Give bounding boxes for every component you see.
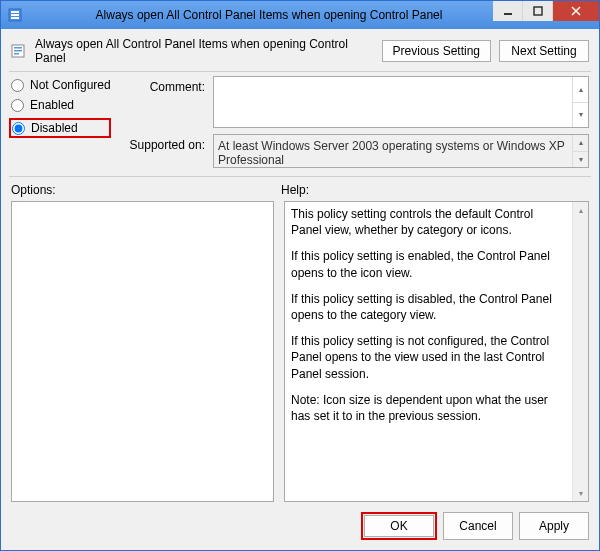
scroll-track[interactable] bbox=[573, 218, 588, 485]
window-controls bbox=[493, 1, 599, 21]
radio-enabled-input[interactable] bbox=[11, 99, 24, 112]
header-row: Always open All Control Panel Items when… bbox=[1, 29, 599, 71]
comment-label: Comment: bbox=[119, 76, 205, 128]
maximize-button[interactable] bbox=[523, 1, 553, 21]
settings-upper: Not Configured Enabled Disabled Comment: bbox=[1, 72, 599, 176]
supported-label: Supported on: bbox=[119, 134, 205, 168]
help-paragraph: This policy setting controls the default… bbox=[291, 206, 566, 238]
close-button[interactable] bbox=[553, 1, 599, 21]
cancel-button[interactable]: Cancel bbox=[443, 512, 513, 540]
policy-icon bbox=[11, 43, 27, 59]
state-radio-group: Not Configured Enabled Disabled bbox=[11, 76, 111, 168]
titlebar[interactable]: Always open All Control Panel Items when… bbox=[1, 1, 599, 29]
supported-field: At least Windows Server 2003 operating s… bbox=[213, 134, 589, 168]
help-paragraph: If this policy setting is enabled, the C… bbox=[291, 248, 566, 280]
svg-rect-10 bbox=[14, 50, 22, 52]
svg-rect-9 bbox=[14, 47, 22, 49]
radio-enabled[interactable]: Enabled bbox=[11, 98, 111, 112]
mid-labels: Options: Help: bbox=[1, 177, 599, 199]
comment-value[interactable] bbox=[214, 77, 572, 127]
help-paragraph: Note: Icon size is dependent upon what t… bbox=[291, 392, 566, 424]
svg-rect-11 bbox=[14, 53, 19, 55]
supported-value: At least Windows Server 2003 operating s… bbox=[214, 135, 572, 167]
radio-disabled-label: Disabled bbox=[31, 121, 78, 135]
radio-enabled-label: Enabled bbox=[30, 98, 74, 112]
chevron-down-icon[interactable]: ▾ bbox=[572, 103, 588, 128]
options-heading: Options: bbox=[11, 183, 281, 197]
chevron-up-icon[interactable]: ▴ bbox=[573, 202, 588, 218]
svg-rect-5 bbox=[534, 7, 542, 15]
highlight-disabled: Disabled bbox=[9, 118, 111, 138]
svg-rect-4 bbox=[504, 13, 512, 15]
help-paragraph: If this policy setting is disabled, the … bbox=[291, 291, 566, 323]
radio-not-configured-input[interactable] bbox=[11, 79, 24, 92]
radio-disabled[interactable]: Disabled bbox=[12, 121, 106, 135]
apply-button[interactable]: Apply bbox=[519, 512, 589, 540]
ok-button[interactable]: OK bbox=[364, 515, 434, 537]
comment-row: Comment: ▴ ▾ bbox=[119, 76, 589, 128]
comment-field[interactable]: ▴ ▾ bbox=[213, 76, 589, 128]
radio-not-configured[interactable]: Not Configured bbox=[11, 78, 111, 92]
policy-dialog: Always open All Control Panel Items when… bbox=[0, 0, 600, 551]
help-scrollbar[interactable]: ▴ ▾ bbox=[572, 202, 588, 501]
next-setting-button[interactable]: Next Setting bbox=[499, 40, 589, 62]
svg-rect-1 bbox=[11, 11, 19, 13]
help-content: This policy setting controls the default… bbox=[285, 202, 572, 501]
comment-spin[interactable]: ▴ ▾ bbox=[572, 77, 588, 127]
radio-disabled-input[interactable] bbox=[12, 122, 25, 135]
options-pane bbox=[11, 201, 274, 502]
radio-not-configured-label: Not Configured bbox=[30, 78, 111, 92]
chevron-down-icon[interactable]: ▾ bbox=[572, 152, 588, 168]
svg-rect-3 bbox=[11, 17, 19, 19]
supported-spin[interactable]: ▴ ▾ bbox=[572, 135, 588, 167]
policy-title: Always open All Control Panel Items when… bbox=[35, 37, 374, 65]
chevron-up-icon[interactable]: ▴ bbox=[572, 135, 588, 152]
chevron-down-icon[interactable]: ▾ bbox=[573, 485, 588, 501]
help-paragraph: If this policy setting is not configured… bbox=[291, 333, 566, 382]
previous-setting-button[interactable]: Previous Setting bbox=[382, 40, 491, 62]
chevron-up-icon[interactable]: ▴ bbox=[572, 77, 588, 103]
supported-row: Supported on: At least Windows Server 20… bbox=[119, 134, 589, 168]
highlight-ok: OK bbox=[361, 512, 437, 540]
dialog-footer: OK Cancel Apply bbox=[1, 508, 599, 550]
help-heading: Help: bbox=[281, 183, 309, 197]
panes: This policy setting controls the default… bbox=[1, 199, 599, 508]
minimize-button[interactable] bbox=[493, 1, 523, 21]
help-pane: This policy setting controls the default… bbox=[284, 201, 589, 502]
fields: Comment: ▴ ▾ Supported on: At least Wind… bbox=[119, 76, 589, 168]
svg-rect-2 bbox=[11, 14, 19, 16]
app-icon bbox=[7, 7, 23, 23]
